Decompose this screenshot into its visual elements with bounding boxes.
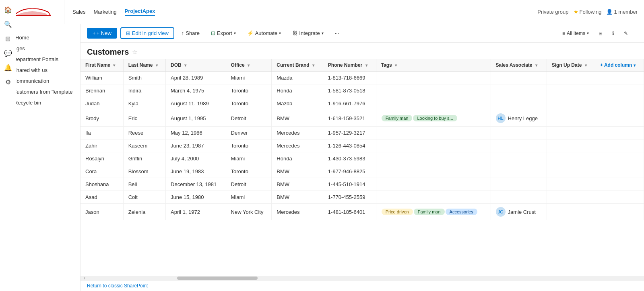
add-column-button[interactable]: + Add column ▾ (600, 62, 636, 68)
favorite-star-icon[interactable]: ☆ (132, 48, 138, 56)
nav-tab-sales[interactable]: Sales (72, 9, 86, 15)
nav-tab-projectapex[interactable]: ProjectApex (125, 8, 155, 16)
tag-pill: Price driven (382, 209, 413, 215)
automate-button[interactable]: ⚡ Automate ▾ (243, 28, 285, 38)
integrate-chevron-icon: ▾ (322, 31, 324, 35)
share-button[interactable]: ↑ Share (178, 28, 204, 38)
cell-phone: 1-445-510-1914 (323, 178, 376, 191)
cell-lastname: Griffin (123, 152, 165, 165)
cell-dob: December 13, 1981 (166, 178, 226, 191)
cell-lastname: Eric (123, 110, 165, 127)
cell-brand: BMW (272, 165, 323, 178)
cell-firstname: Brody (80, 110, 123, 127)
col-tags[interactable]: Tags ▾ (376, 59, 491, 72)
export-icon: ⊡ (211, 30, 215, 36)
main-content: + + New ⊞ Edit in grid view ↑ Share ⊡ Ex… (80, 24, 644, 291)
cell-firstname: Ila (80, 127, 123, 139)
integrate-button[interactable]: ⛓ Integrate ▾ (288, 28, 327, 38)
return-classic-link[interactable]: Return to classic SharePoint (80, 280, 644, 291)
cell-dob: March 4, 1975 (166, 84, 226, 97)
following-button[interactable]: ★ Following (574, 9, 602, 15)
info-button[interactable]: ℹ (609, 29, 617, 37)
more-button[interactable]: ··· (331, 28, 343, 38)
col-dob[interactable]: DOB ▾ (166, 59, 226, 72)
scrollbar-thumb[interactable] (177, 277, 258, 280)
cell-brand: Mazda (272, 72, 323, 84)
table-row[interactable]: William Smith April 28, 1989 Miami Mazda… (80, 72, 644, 84)
table-row[interactable]: Shoshana Bell December 13, 1981 Detroit … (80, 178, 644, 191)
tag-pill: Family man (414, 209, 445, 215)
grid-icon: ⊞ (126, 30, 130, 36)
col-phone[interactable]: Phone Number ▾ (323, 59, 376, 72)
associate-name: Jamie Crust (508, 209, 536, 215)
all-items-button[interactable]: ≡ All Items ▾ (559, 29, 592, 37)
view-bar: ≡ All Items ▾ ⊟ ℹ ✎ (553, 28, 638, 39)
col-add[interactable]: + Add column ▾ (595, 59, 644, 72)
col-associate[interactable]: Sales Associate ▾ (491, 59, 547, 72)
cell-dob: July 4, 2000 (166, 152, 226, 165)
table-row[interactable]: Zahir Kaseem June 23, 1987 Toronto Merce… (80, 139, 644, 152)
col-office[interactable]: Office ▾ (226, 59, 272, 72)
col-first-name[interactable]: First Name ▾ (80, 59, 123, 72)
associate-cell: HL Henry Legge (496, 113, 542, 123)
cell-office: Toronto (226, 97, 272, 110)
edit-grid-button[interactable]: ⊞ Edit in grid view (120, 27, 174, 39)
sort-office-icon: ▾ (248, 63, 250, 68)
cell-lastname: Kyla (123, 97, 165, 110)
search-icon[interactable]: 🔍 (2, 18, 14, 31)
table-row[interactable]: Ila Reese May 12, 1986 Denver Mercedes 1… (80, 127, 644, 139)
settings-icon[interactable]: ⚙ (2, 76, 14, 88)
chat-icon[interactable]: 💬 (2, 47, 14, 59)
cell-dob: April 28, 1989 (166, 72, 226, 84)
table-row[interactable]: Rosalyn Griffin July 4, 2000 Miami Honda… (80, 152, 644, 165)
horizontal-scrollbar[interactable]: ‹ (80, 276, 644, 280)
associate-name: Henry Legge (508, 115, 538, 121)
cell-lastname: Indira (123, 84, 165, 97)
filter-button[interactable]: ⊟ (595, 29, 606, 37)
cell-firstname: Brennan (80, 84, 123, 97)
cell-dob: June 15, 1980 (166, 191, 226, 204)
bell-icon[interactable]: 🔔 (2, 61, 14, 74)
automate-icon: ⚡ (247, 30, 254, 36)
apps-icon[interactable]: ⊞ (2, 32, 14, 45)
table-row[interactable]: Brennan Indira March 4, 1975 Toronto Hon… (80, 84, 644, 97)
col-signup[interactable]: Sign Up Date ▾ (547, 59, 595, 72)
cell-lastname: Colt (123, 191, 165, 204)
export-button[interactable]: ⊡ Export ▾ (207, 28, 240, 38)
page-title-row: Customers ☆ (80, 43, 644, 59)
table-container: First Name ▾ Last Name ▾ DOB ▾ Office ▾ (80, 59, 644, 276)
cell-dob: August 1, 1995 (166, 110, 226, 127)
member-count[interactable]: 👤 1 member (606, 9, 638, 15)
table-row[interactable]: Asad Colt June 15, 1980 Miami BMW 1-770-… (80, 191, 644, 204)
cell-office: Miami (226, 191, 272, 204)
sort-associate-icon: ▾ (535, 63, 537, 68)
plus-icon: + (93, 30, 96, 36)
cell-phone: 1-618-159-3521 (323, 110, 376, 127)
info-icon: ℹ (612, 31, 614, 36)
cell-signup (547, 178, 595, 191)
cell-office: Miami (226, 152, 272, 165)
table-row[interactable]: Brody Eric August 1, 1995 Detroit BMW 1-… (80, 110, 644, 127)
cell-tags (376, 191, 491, 204)
cell-firstname: Judah (80, 97, 123, 110)
cell-associate (491, 139, 547, 152)
col-brand[interactable]: Current Brand ▾ (272, 59, 323, 72)
sort-phone-icon: ▾ (365, 63, 367, 68)
all-items-chevron: ▾ (587, 31, 589, 35)
cell-tags (376, 97, 491, 110)
table-row[interactable]: Judah Kyla August 11, 1989 Toronto Mazda… (80, 97, 644, 110)
edit-view-button[interactable]: ✎ (621, 29, 631, 37)
nav-tab-marketing[interactable]: Marketing (94, 9, 117, 15)
home-icon[interactable]: 🏠 (2, 3, 14, 16)
cell-dob: June 19, 1983 (166, 165, 226, 178)
cell-dob: April 1, 1972 (166, 204, 226, 220)
table-row[interactable]: Cora Blossom June 19, 1983 Toronto BMW 1… (80, 165, 644, 178)
cell-lastname: Zelenia (123, 204, 165, 220)
col-last-name[interactable]: Last Name ▾ (123, 59, 165, 72)
new-button[interactable]: + + New (87, 28, 117, 39)
cell-signup (547, 152, 595, 165)
cell-addcol (595, 84, 644, 97)
cell-associate (491, 178, 547, 191)
cell-tags (376, 84, 491, 97)
table-row[interactable]: Jason Zelenia April 1, 1972 New York Cit… (80, 204, 644, 220)
